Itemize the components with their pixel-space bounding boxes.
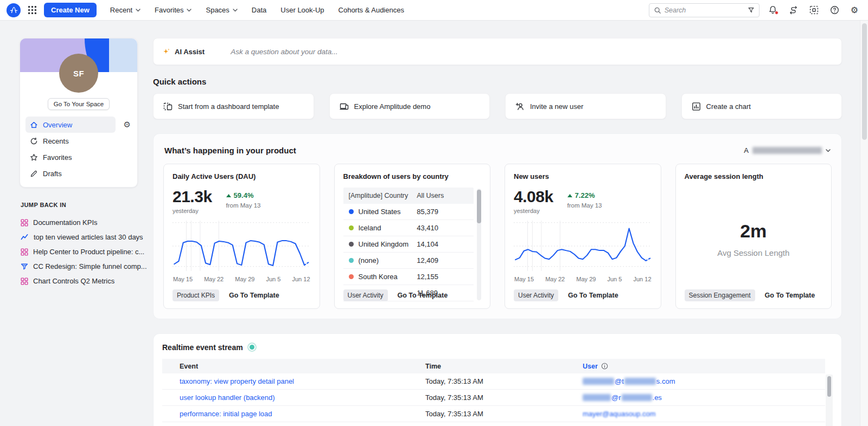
redacted-project-name: [752, 147, 822, 154]
live-indicator-icon: [247, 343, 257, 352]
project-selector[interactable]: A: [744, 146, 831, 154]
nav-item-spaces[interactable]: Spaces: [199, 0, 244, 21]
new-users-badge[interactable]: User Activity: [514, 289, 558, 301]
realtime-event-stream-title: Realtime event stream: [162, 343, 243, 352]
event-user-link[interactable]: @r.es: [583, 393, 825, 402]
search-input[interactable]: [665, 7, 744, 14]
dau-value: 21.3k: [173, 189, 212, 205]
quick-action-create-a-chart[interactable]: Create a chart: [681, 93, 843, 119]
country-badge[interactable]: User Activity: [343, 289, 388, 301]
sidebar-item-drafts[interactable]: Drafts: [25, 165, 132, 182]
search-box[interactable]: [649, 3, 760, 17]
nav-item-recent[interactable]: Recent: [103, 0, 148, 21]
nav-item-data[interactable]: Data: [245, 0, 273, 21]
page-scrollbar-thumb[interactable]: [862, 23, 867, 140]
dashboard-icon: [21, 277, 28, 285]
dau-line-chart[interactable]: [173, 218, 311, 275]
new-users-line-chart[interactable]: [514, 218, 652, 275]
quick-actions-title: Quick actions: [153, 77, 842, 86]
chevron-down-icon: [136, 9, 141, 12]
country-row[interactable]: Iceland43,410: [343, 220, 474, 236]
nav-item-favorites[interactable]: Favorites: [148, 0, 199, 21]
new-users-go-to-template-link[interactable]: Go To Template: [568, 292, 618, 299]
event-user-link[interactable]: @ts.com: [583, 377, 825, 385]
info-icon[interactable]: [601, 363, 608, 370]
redacted-text: [624, 378, 656, 385]
session-go-to-template-link[interactable]: Go To Template: [765, 292, 815, 299]
amplitude-logo[interactable]: [7, 3, 21, 17]
avatar[interactable]: SF: [59, 54, 98, 93]
quick-action-start-from-a-dashboard-template[interactable]: Start from a dashboard template: [153, 93, 314, 119]
session-length-caption: Avg Session Length: [676, 248, 832, 257]
nav-icons: ⚙: [768, 5, 858, 15]
create-new-button[interactable]: Create New: [44, 3, 97, 17]
notifications-bell-icon[interactable]: [768, 5, 777, 15]
card-country-breakdown: Breakdown of users by country [Amplitude…: [334, 164, 491, 309]
dau-delta: 59.4%: [226, 191, 261, 199]
redacted-text: [622, 394, 652, 401]
country-row[interactable]: (none)12,409: [343, 253, 474, 269]
country-row[interactable]: United States85,379: [343, 204, 474, 220]
redacted-text: mayer@aquasoup.com: [583, 410, 656, 418]
event-link[interactable]: user lookup handler (backend): [180, 393, 275, 402]
whats-happening-panel: What’s happening in your product A Daily…: [153, 133, 842, 319]
go-to-your-space-button[interactable]: Go To Your Space: [48, 98, 110, 110]
event-stream-row: taxonomy: view property detail panelToda…: [162, 373, 825, 390]
help-icon[interactable]: [830, 5, 839, 15]
chevron-down-icon: [187, 9, 192, 12]
overview-settings-gear-icon[interactable]: ⚙: [124, 120, 131, 128]
sidebar-item-recents[interactable]: Recents: [25, 133, 132, 149]
dau-x-axis-labels: May 15May 22May 29Jun 5Jun 12: [173, 276, 311, 282]
ai-assist-label: AI Assist: [175, 48, 205, 56]
whats-happening-title: What’s happening in your product: [164, 146, 296, 155]
jump-back-in-item[interactable]: top ten viewed articles last 30 days: [21, 230, 138, 244]
filter-icon[interactable]: [748, 7, 755, 14]
sidebar-item-overview[interactable]: Overview: [25, 117, 116, 133]
jump-back-in-item[interactable]: CC Redesign: Simple funnel comp...: [21, 259, 138, 274]
scrollbar-thumb[interactable]: [477, 190, 481, 223]
event-link[interactable]: performance: initial page load: [180, 410, 272, 418]
event-stream-row: performance: initial page loadToday, 7:3…: [162, 406, 825, 422]
select-region-icon[interactable]: [809, 5, 819, 15]
delta-up-icon: [567, 194, 572, 197]
event-stream-scrollbar[interactable]: [826, 375, 833, 426]
funnel-icon: [21, 263, 28, 270]
dashboard-icon: [21, 219, 28, 227]
country-table-scrollbar[interactable]: [477, 189, 481, 300]
nav-item-cohorts-audiences[interactable]: Cohorts & Audiences: [331, 0, 411, 21]
country-go-to-template-link[interactable]: Go To Template: [398, 292, 448, 299]
country-row[interactable]: South Korea12,155: [343, 269, 474, 285]
jump-back-in-item[interactable]: Documentation KPIs: [21, 215, 138, 230]
settings-gear-icon[interactable]: ⚙: [851, 6, 858, 15]
nav-right: ⚙: [649, 3, 861, 17]
quick-action-invite-a-new-user[interactable]: Invite a new user: [505, 93, 666, 119]
event-user-link[interactable]: mayer@aquasoup.com: [583, 410, 825, 418]
country-row[interactable]: United Kingdom14,104: [343, 236, 474, 253]
event-link[interactable]: taxonomy: view property detail panel: [180, 377, 294, 385]
redacted-text: [583, 378, 614, 385]
pathfinder-journeys-icon[interactable]: [789, 5, 798, 15]
card-new-users: New users 4.08k yesterday 7.22% from May…: [505, 164, 661, 309]
series-color-dot: [349, 209, 354, 214]
apps-grid-icon[interactable]: [28, 6, 36, 14]
jump-back-in-list: Documentation KPIstop ten viewed article…: [21, 215, 138, 288]
page-scrollbar[interactable]: [860, 21, 868, 426]
quick-actions-row: Start from a dashboard templateExplore A…: [153, 93, 842, 119]
scrollbar-thumb[interactable]: [827, 376, 831, 397]
quick-action-explore-amplitude-demo[interactable]: Explore Amplitude demo: [329, 93, 490, 119]
ai-assist-bar[interactable]: AI Assist Ask a question about your data…: [153, 38, 842, 65]
dau-badge[interactable]: Product KPIs: [173, 289, 219, 301]
jump-back-in-item[interactable]: Help Center to Product pipeline: c...: [21, 244, 138, 259]
chevron-down-icon: [826, 149, 831, 152]
nav-item-user-look-up[interactable]: User Look-Up: [273, 0, 331, 21]
delta-up-icon: [226, 194, 231, 197]
dau-go-to-template-link[interactable]: Go To Template: [229, 292, 279, 299]
chartsq-icon: [692, 102, 701, 111]
country-table-header: [Amplitude] Country All Users: [343, 188, 474, 204]
sidebar-menu: ⚙ OverviewRecentsFavoritesDrafts: [20, 112, 137, 182]
event-stream-header: Event Time User: [162, 359, 825, 373]
sidebar-item-favorites[interactable]: Favorites: [25, 149, 132, 165]
notification-dot: [775, 11, 778, 15]
session-badge[interactable]: Session Engagement: [685, 289, 755, 301]
jump-back-in-item[interactable]: Chart Controls Q2 Metrics: [21, 274, 138, 288]
